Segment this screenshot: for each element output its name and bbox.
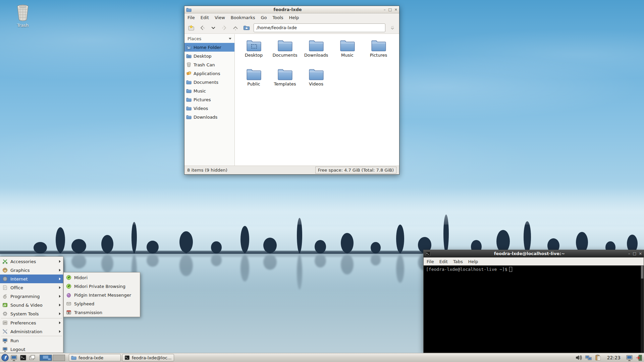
menu-item-sound-video[interactable]: Sound & Video — [0, 301, 63, 309]
back-icon — [199, 24, 206, 31]
sidebar-item-applications[interactable]: Applications — [184, 69, 234, 78]
menu-item-accessories[interactable]: Accessories — [0, 257, 63, 266]
place-label: Desktop — [194, 54, 212, 59]
terminal-content[interactable]: [feodra-lxde@localhost-live ~]$ — [424, 265, 644, 353]
folder-icon — [71, 355, 76, 360]
folder-icon — [277, 68, 293, 80]
folder-icon — [186, 79, 192, 85]
maximize-button[interactable]: □ — [388, 8, 391, 11]
new-tab-folder-icon — [188, 24, 195, 31]
iconify-all-windows-button[interactable] — [28, 354, 36, 362]
menu-go[interactable]: Go — [261, 15, 267, 20]
task-button-file-manager[interactable]: feodra-lxde — [69, 354, 121, 361]
menu-item-label: System Tools — [10, 311, 39, 316]
sidebar-item-trash-can[interactable]: Trash Can — [184, 60, 234, 69]
menu-view[interactable]: View — [215, 15, 225, 20]
file-manager-launcher[interactable] — [10, 354, 18, 362]
menu-bookmarks[interactable]: Bookmarks — [231, 15, 255, 20]
folder-item-documents[interactable]: Documents — [269, 39, 301, 68]
submenu-arrow-icon — [59, 278, 61, 280]
menu-item-logout[interactable]: Logout — [0, 345, 63, 354]
task-button-terminal[interactable]: feodra-lxde@loc... — [122, 354, 174, 361]
transmission-icon — [66, 310, 71, 315]
sidebar-item-music[interactable]: Music — [184, 86, 234, 95]
screen-lock-button[interactable] — [626, 354, 633, 362]
menu-help[interactable]: Help — [289, 15, 299, 20]
minimize-button[interactable]: – — [628, 252, 630, 255]
folder-item-music[interactable]: Music — [332, 39, 363, 68]
workspace-1[interactable] — [40, 355, 52, 361]
menu-item-run[interactable]: Run — [0, 336, 63, 345]
close-button[interactable]: × — [394, 8, 397, 11]
forward-button[interactable] — [220, 24, 228, 32]
sidebar-item-downloads[interactable]: Downloads — [184, 113, 234, 121]
menu-help[interactable]: Help — [468, 259, 478, 264]
menu-item-administration[interactable]: Administration — [0, 327, 63, 336]
address-bar[interactable] — [254, 23, 385, 32]
submenu-item-midori[interactable]: Midori — [64, 273, 140, 282]
submenu-item-midori-private[interactable]: Midori Private Browsing — [64, 282, 140, 291]
sidebar-item-home-folder[interactable]: Home Folder — [184, 43, 234, 52]
menu-item-system-tools[interactable]: System Tools — [0, 309, 63, 318]
menu-item-label: Graphics — [10, 268, 30, 273]
menu-item-internet[interactable]: Internet — [0, 275, 63, 283]
submenu-item-pidgin[interactable]: Pidgin Internet Messenger — [64, 291, 140, 299]
up-icon — [232, 24, 239, 31]
terminal-launcher[interactable] — [19, 354, 27, 362]
sidebar-item-desktop[interactable]: Desktop — [184, 52, 234, 60]
folder-item-desktop[interactable]: Desktop — [238, 39, 269, 68]
folder-label: Desktop — [245, 53, 263, 58]
folder-desktop-icon — [246, 39, 262, 52]
chevron-down-icon — [211, 25, 216, 31]
menu-item-office[interactable]: Office — [0, 283, 63, 292]
menu-tabs[interactable]: Tabs — [453, 259, 463, 264]
folder-label: Templates — [274, 81, 296, 86]
home-button[interactable] — [243, 24, 251, 32]
sidebar-item-videos[interactable]: Videos — [184, 104, 234, 113]
sidebar-item-pictures[interactable]: Pictures — [184, 95, 234, 104]
menu-file[interactable]: File — [187, 15, 195, 20]
folder-item-public[interactable]: Public — [238, 68, 269, 97]
file-manager-toolbar — [184, 22, 399, 34]
close-button[interactable]: × — [639, 252, 642, 255]
menu-item-programming[interactable]: Programming — [0, 292, 63, 301]
menu-edit[interactable]: Edit — [439, 259, 448, 264]
folder-icon — [186, 114, 192, 120]
clock[interactable]: 22:23 — [607, 355, 621, 360]
menu-edit[interactable]: Edit — [201, 15, 209, 20]
new-tab-button[interactable] — [187, 24, 195, 32]
desktop-trash-icon-item[interactable]: Trash — [10, 4, 36, 28]
menu-tools[interactable]: Tools — [272, 15, 283, 20]
folder-item-downloads[interactable]: Downloads — [301, 39, 332, 68]
submenu-item-sylpheed[interactable]: Sylpheed — [64, 299, 140, 308]
maximize-button[interactable]: □ — [633, 252, 636, 255]
folder-item-templates[interactable]: Templates — [269, 68, 301, 97]
menu-file[interactable]: File — [427, 259, 434, 264]
folder-item-videos[interactable]: Videos — [301, 68, 332, 97]
jump-to-button[interactable] — [388, 24, 396, 32]
places-header[interactable]: Places — [184, 34, 234, 43]
terminal-scrollbar[interactable] — [641, 265, 644, 353]
submenu-arrow-icon — [59, 330, 61, 333]
submenu-item-transmission[interactable]: Transmission — [64, 308, 140, 317]
folder-item-pictures[interactable]: Pictures — [363, 39, 394, 68]
menu-item-preferences[interactable]: Preferences — [0, 318, 63, 327]
file-manager-menubar: File Edit View Bookmarks Go Tools Help — [184, 13, 399, 22]
minimize-button[interactable]: – — [384, 8, 386, 11]
workspace-2[interactable] — [53, 355, 65, 361]
history-dropdown-button[interactable] — [209, 24, 217, 32]
clipboard-manager[interactable] — [594, 354, 602, 362]
start-menu-button[interactable] — [1, 354, 9, 362]
volume-control[interactable] — [575, 354, 583, 362]
file-manager-titlebar[interactable]: feodra-lxde – □ × — [184, 6, 399, 13]
network-status[interactable] — [585, 354, 592, 362]
place-label: Music — [194, 88, 206, 94]
terminal-titlebar[interactable]: feodra-lxde@localhost-live:~ – □ × — [424, 250, 644, 257]
scrollbar-thumb[interactable] — [641, 266, 643, 279]
logout-button[interactable] — [635, 354, 643, 362]
up-button[interactable] — [231, 24, 239, 32]
back-button[interactable] — [198, 24, 206, 32]
menu-item-graphics[interactable]: Graphics — [0, 266, 63, 275]
file-view[interactable]: Desktop Documents Downloads Music Pictur… — [235, 34, 399, 166]
sidebar-item-documents[interactable]: Documents — [184, 78, 234, 86]
